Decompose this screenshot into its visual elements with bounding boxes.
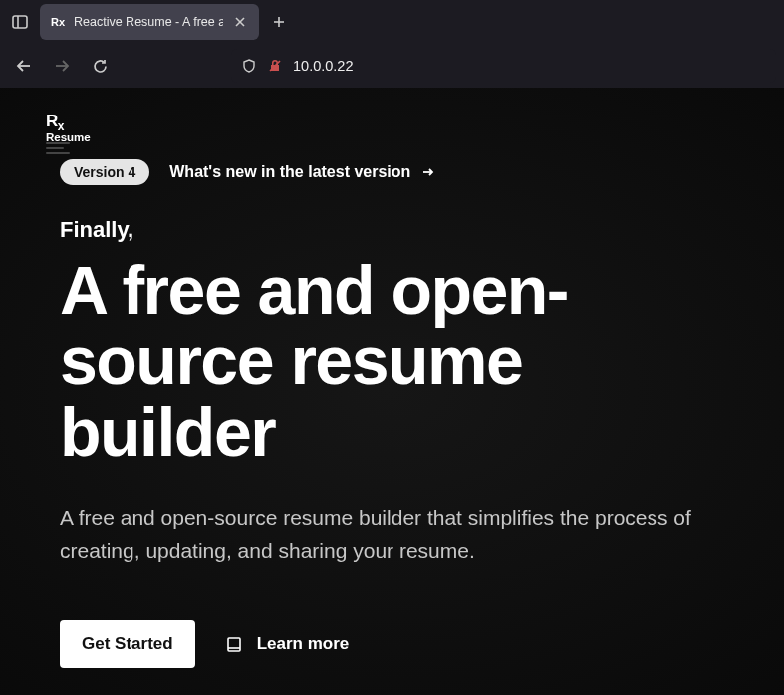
cta-row: Get Started Learn more — [60, 620, 717, 668]
arrow-right-icon — [53, 57, 71, 75]
svg-rect-0 — [13, 16, 27, 28]
sidebar-toggle-button[interactable] — [4, 6, 36, 38]
panel-icon — [11, 13, 29, 31]
tab-favicon: Rx — [50, 14, 66, 30]
address-bar[interactable]: 10.0.0.22 — [231, 49, 776, 83]
hero-title: A free and open-source resume builder — [60, 255, 717, 468]
arrow-left-icon — [15, 57, 33, 75]
shield-icon — [241, 58, 257, 74]
plus-icon — [272, 15, 286, 29]
close-icon — [234, 16, 246, 28]
browser-toolbar: 10.0.0.22 — [0, 44, 784, 88]
menu-button[interactable] — [46, 142, 70, 154]
arrow-right-icon — [420, 164, 436, 180]
hero-content: Version 4 What's new in the latest versi… — [0, 88, 717, 668]
tab-strip: Rx Reactive Resume - A free and o — [0, 0, 784, 44]
logo[interactable]: Rx Resume — [46, 112, 91, 143]
forward-button[interactable] — [46, 50, 78, 82]
book-icon — [225, 635, 243, 653]
reload-icon — [92, 58, 109, 75]
url-text: 10.0.0.22 — [293, 58, 353, 74]
back-button[interactable] — [8, 50, 40, 82]
version-badge: Version 4 — [60, 159, 149, 185]
browser-chrome: Rx Reactive Resume - A free and o 1 — [0, 0, 784, 88]
tab-close-button[interactable] — [231, 13, 249, 31]
browser-tab[interactable]: Rx Reactive Resume - A free and o — [40, 4, 259, 40]
menu-icon — [46, 142, 70, 144]
learn-more-text: Learn more — [257, 634, 350, 654]
lock-insecure-icon — [267, 58, 283, 74]
svg-rect-10 — [228, 638, 240, 651]
new-tab-button[interactable] — [263, 6, 295, 38]
hero-description: A free and open-source resume builder th… — [60, 502, 717, 567]
whats-new-link[interactable]: What's new in the latest version — [169, 163, 436, 181]
logo-rx: Rx — [46, 112, 91, 133]
get-started-button[interactable]: Get Started — [60, 620, 195, 668]
hero-eyebrow: Finally, — [60, 217, 717, 243]
tab-title: Reactive Resume - A free and o — [74, 15, 223, 29]
reload-button[interactable] — [84, 50, 116, 82]
version-row: Version 4 What's new in the latest versi… — [60, 159, 717, 185]
page-body: Rx Resume Version 4 What's new in the la… — [0, 88, 784, 695]
learn-more-button[interactable]: Learn more — [225, 634, 350, 654]
whats-new-text: What's new in the latest version — [169, 163, 410, 181]
